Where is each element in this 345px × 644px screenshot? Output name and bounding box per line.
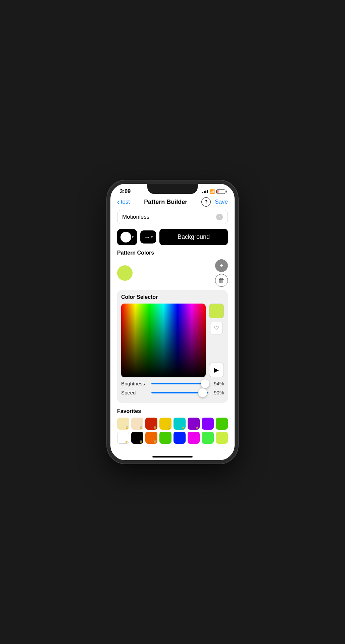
brightness-slider-row: Brightness 94% bbox=[121, 381, 224, 386]
pattern-name-field[interactable]: × bbox=[117, 210, 228, 224]
add-color-button[interactable]: + bbox=[215, 259, 228, 272]
status-time: 3:09 bbox=[120, 189, 131, 195]
brightness-thumb[interactable] bbox=[201, 379, 209, 388]
back-button[interactable]: ‹ test bbox=[117, 198, 130, 206]
lock-icon: 🔒 bbox=[139, 440, 143, 443]
page-title: Pattern Builder bbox=[144, 199, 187, 206]
speed-label: Speed bbox=[121, 390, 148, 395]
play-button[interactable]: ▶ bbox=[209, 363, 224, 377]
lock-icon: 🔒 bbox=[139, 426, 143, 429]
brightness-track[interactable] bbox=[151, 383, 208, 384]
favorites-grid-row2: 🔒🔒🔒 bbox=[117, 432, 228, 444]
favorite-swatch[interactable]: 🔒 bbox=[159, 418, 171, 430]
color-picker-row: ♡ ▶ bbox=[121, 304, 224, 377]
favorite-swatch[interactable]: 🔒 bbox=[188, 418, 200, 430]
favorite-swatch[interactable]: 🔒 bbox=[174, 418, 186, 430]
clear-button[interactable]: × bbox=[216, 214, 223, 220]
arrow-right-icon: → bbox=[144, 233, 150, 241]
color-selector-section: Color Selector ♡ ▶ Brightn bbox=[117, 290, 228, 403]
heart-icon: ♡ bbox=[214, 324, 219, 332]
controls-row: ▾ → ▾ Background bbox=[117, 229, 228, 245]
speed-track[interactable] bbox=[151, 392, 208, 393]
battery-icon bbox=[216, 190, 225, 194]
favorite-swatch[interactable]: 🔒 bbox=[117, 432, 129, 444]
content-area: × ▾ → ▾ Background Pattern Colors + bbox=[110, 210, 235, 453]
speed-thumb[interactable] bbox=[198, 388, 207, 397]
home-indicator bbox=[152, 456, 193, 458]
pattern-actions: + 🗑 bbox=[215, 259, 228, 287]
favorite-swatch[interactable]: 🔒 bbox=[145, 432, 157, 444]
favorites-section: Favorites 🔒🔒🔒🔒🔒🔒 🔒🔒🔒 bbox=[117, 408, 228, 444]
back-label[interactable]: test bbox=[121, 199, 130, 205]
save-button[interactable]: Save bbox=[215, 199, 228, 205]
favorite-swatch[interactable]: 🔒 bbox=[131, 418, 143, 430]
brightness-value: 94% bbox=[212, 381, 224, 386]
favorite-swatch[interactable] bbox=[216, 432, 228, 444]
direction-dropdown-icon: ▾ bbox=[151, 235, 153, 239]
brightness-label: Brightness bbox=[121, 381, 148, 386]
shape-dropdown-icon: ▾ bbox=[132, 235, 134, 239]
color-selector-title: Color Selector bbox=[121, 294, 224, 300]
pattern-color-swatch[interactable] bbox=[117, 265, 133, 281]
favorite-swatch[interactable] bbox=[174, 432, 186, 444]
selected-color-preview bbox=[209, 304, 224, 318]
favorite-swatch[interactable] bbox=[202, 432, 214, 444]
direction-selector-button[interactable]: → ▾ bbox=[140, 230, 156, 244]
lock-icon: 🔒 bbox=[182, 426, 185, 429]
favorite-swatch[interactable]: 🔒 bbox=[145, 418, 157, 430]
status-bar: 3:09 📶 bbox=[110, 184, 235, 196]
color-side-panel: ♡ ▶ bbox=[209, 304, 224, 377]
lock-icon: 🔒 bbox=[196, 426, 199, 429]
pattern-name-input[interactable] bbox=[122, 214, 216, 220]
speed-value: 90% bbox=[212, 390, 224, 395]
background-button[interactable]: Background bbox=[159, 229, 228, 245]
pattern-colors-title: Pattern Colors bbox=[117, 250, 228, 256]
favorite-swatch[interactable] bbox=[188, 432, 200, 444]
favorite-button[interactable]: ♡ bbox=[210, 322, 223, 334]
lock-icon: 🔒 bbox=[153, 426, 157, 429]
favorite-swatch[interactable] bbox=[159, 432, 171, 444]
circle-shape-icon bbox=[120, 232, 131, 243]
lock-icon: 🔒 bbox=[153, 440, 157, 443]
delete-color-button[interactable]: 🗑 bbox=[215, 274, 228, 287]
favorites-title: Favorites bbox=[117, 408, 228, 414]
gradient-canvas bbox=[121, 304, 206, 377]
favorite-swatch[interactable]: 🔒 bbox=[131, 432, 143, 444]
favorite-swatch[interactable] bbox=[216, 418, 228, 430]
favorites-grid-row1: 🔒🔒🔒🔒🔒🔒 bbox=[117, 418, 228, 430]
nav-right: ? Save bbox=[201, 197, 228, 207]
signal-icon bbox=[202, 190, 208, 193]
lock-icon: 🔒 bbox=[167, 426, 171, 429]
play-icon: ▶ bbox=[214, 366, 219, 374]
nav-bar: ‹ test Pattern Builder ? Save bbox=[110, 196, 235, 210]
trash-icon: 🗑 bbox=[218, 277, 225, 284]
status-icons: 📶 bbox=[202, 189, 226, 194]
favorite-swatch[interactable] bbox=[202, 418, 214, 430]
back-chevron-icon: ‹ bbox=[117, 198, 119, 206]
help-button[interactable]: ? bbox=[201, 197, 211, 207]
shape-selector-button[interactable]: ▾ bbox=[117, 229, 137, 245]
favorite-swatch[interactable]: 🔒 bbox=[117, 418, 129, 430]
wifi-icon: 📶 bbox=[209, 189, 215, 194]
lock-icon: 🔒 bbox=[125, 426, 129, 429]
pattern-colors-row: + 🗑 bbox=[117, 259, 228, 287]
lock-icon: 🔒 bbox=[125, 440, 128, 443]
speed-slider-row: Speed 90% bbox=[121, 390, 224, 395]
color-gradient-picker[interactable] bbox=[121, 304, 206, 377]
